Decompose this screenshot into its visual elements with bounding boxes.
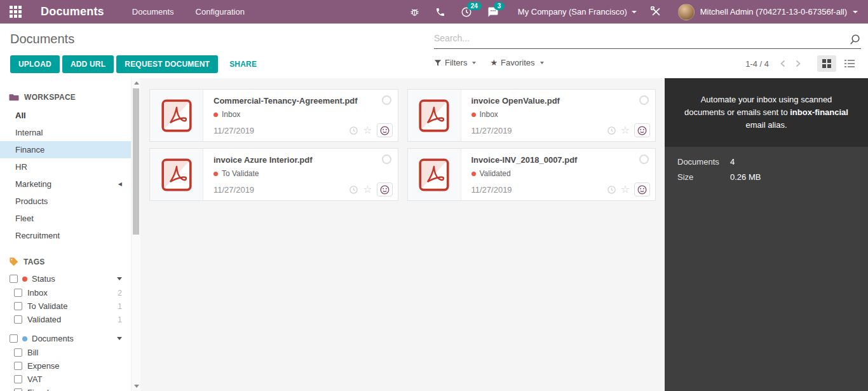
chevron-down-icon[interactable]: [117, 337, 122, 340]
tag-vat[interactable]: VAT: [0, 373, 131, 386]
activities-tray[interactable]: 24: [453, 0, 480, 24]
share-button[interactable]: SHARE: [229, 60, 257, 69]
checkbox[interactable]: [14, 388, 22, 391]
document-thumbnail[interactable]: [408, 149, 461, 200]
sidebar-item-all[interactable]: All: [0, 107, 131, 124]
activity-clock-icon[interactable]: [349, 185, 358, 195]
debug-bug-icon[interactable]: [402, 0, 428, 24]
developer-tools[interactable]: [643, 0, 669, 24]
menu-configuration[interactable]: Configuration: [196, 7, 245, 17]
checkbox[interactable]: [14, 348, 22, 357]
page-title: Documents: [10, 32, 74, 46]
sidebar-item-internal[interactable]: Internal: [0, 124, 131, 141]
pdf-file-icon: [418, 99, 450, 133]
favorites-dropdown[interactable]: ★ Favorites: [490, 58, 543, 67]
document-card[interactable]: invoice Azure Interior.pdf To Validate 1…: [149, 148, 398, 201]
messages-tray[interactable]: 3: [480, 0, 506, 24]
document-thumbnail[interactable]: [408, 90, 461, 141]
owner-avatar-button[interactable]: [377, 182, 393, 196]
user-avatar: [678, 4, 695, 20]
sidebar-item-fleet[interactable]: Fleet: [0, 210, 131, 227]
user-menu[interactable]: Mitchell Admin (704271-13-0-67356f-all): [669, 4, 868, 20]
sidebar-item-finance[interactable]: Finance: [0, 141, 131, 158]
company-switcher[interactable]: My Company (San Francisco): [506, 7, 643, 17]
card-main: invoice OpenValue.pdf Inbox 11/27/2019 ☆: [461, 90, 656, 141]
apps-menu-icon[interactable]: [0, 0, 31, 24]
favorite-star-icon[interactable]: ☆: [621, 125, 630, 135]
tag-group-documents[interactable]: Documents: [0, 331, 131, 346]
checkbox[interactable]: [14, 375, 22, 383]
search-icon[interactable]: [849, 34, 861, 46]
menu-documents[interactable]: Documents: [132, 7, 174, 17]
tag-validated[interactable]: Validated 1: [0, 313, 131, 326]
activity-clock-icon[interactable]: [607, 185, 616, 195]
pager-next-icon[interactable]: [793, 58, 803, 69]
checkbox[interactable]: [14, 289, 22, 297]
favorite-star-icon[interactable]: ☆: [621, 184, 630, 195]
pager-previous-icon[interactable]: [778, 58, 788, 69]
tag-count: 2: [118, 289, 122, 298]
tag-fiscal[interactable]: Fiscal: [0, 386, 131, 391]
checkbox[interactable]: [14, 315, 22, 324]
page-body: WORKSPACE All Internal Finance HR Market…: [0, 78, 868, 391]
tag-label: Inbox: [27, 288, 48, 298]
nav-menu: Documents Configuration: [132, 7, 245, 17]
request-document-button[interactable]: REQUEST DOCUMENT: [116, 55, 218, 73]
select-circle[interactable]: [382, 95, 391, 105]
inspector-panel: Automate your inbox using scanned docume…: [665, 78, 868, 391]
stat-label: Size: [677, 172, 730, 182]
scroll-down-icon[interactable]: [134, 385, 139, 388]
checkbox[interactable]: [10, 334, 18, 343]
add-url-button[interactable]: ADD URL: [62, 55, 114, 73]
tag-bill[interactable]: Bill: [0, 346, 131, 359]
filters-dropdown[interactable]: Filters: [434, 58, 476, 67]
tag-count: 1: [118, 302, 122, 311]
tag-to-validate[interactable]: To Validate 1: [0, 299, 131, 313]
tag-label: Bill: [27, 348, 38, 357]
favorite-star-icon[interactable]: ☆: [363, 184, 372, 195]
activity-clock-icon[interactable]: [607, 126, 616, 135]
sidebar-item-marketing[interactable]: Marketing◀: [0, 175, 131, 193]
activity-clock-icon[interactable]: [349, 126, 358, 135]
tools-icon: [651, 6, 661, 17]
document-card[interactable]: invoice OpenValue.pdf Inbox 11/27/2019 ☆: [407, 89, 656, 142]
card-main: Commercial-Tenancy-Agreement.pdf Inbox 1…: [203, 90, 398, 141]
tag-group-label: Status: [32, 274, 55, 284]
tag-group-status[interactable]: Status: [0, 271, 131, 286]
select-circle[interactable]: [639, 154, 649, 164]
checkbox[interactable]: [10, 275, 18, 283]
owner-avatar-button[interactable]: [634, 123, 650, 137]
favorite-star-icon[interactable]: ☆: [363, 125, 372, 135]
chevron-down-icon: [632, 11, 637, 13]
tags-header: TAGS: [0, 253, 131, 271]
select-circle[interactable]: [639, 95, 649, 105]
control-panel: Documents UPLOAD ADD URL REQUEST DOCUMEN…: [0, 24, 868, 78]
card-main: Invoice-INV_2018_0007.pdf Validated 11/2…: [461, 149, 656, 200]
scrollbar-thumb[interactable]: [133, 88, 139, 235]
upload-button[interactable]: UPLOAD: [10, 55, 60, 73]
sidebar-item-products[interactable]: Products: [0, 193, 131, 210]
kanban-view-button[interactable]: [817, 55, 836, 72]
owner-avatar-button[interactable]: [634, 182, 650, 196]
sidebar-scrollbar[interactable]: [131, 78, 140, 391]
checkbox[interactable]: [14, 362, 22, 370]
search-input[interactable]: [434, 30, 861, 46]
select-circle[interactable]: [382, 154, 391, 164]
collapse-left-icon[interactable]: ◀: [118, 179, 122, 189]
checkbox[interactable]: [14, 302, 22, 310]
app-brand[interactable]: Documents: [41, 5, 104, 18]
voip-phone-icon[interactable]: [428, 0, 453, 24]
sidebar-item-recruitment[interactable]: Recruitment: [0, 227, 131, 244]
card-actions: ☆: [607, 123, 650, 137]
document-thumbnail[interactable]: [150, 90, 203, 141]
document-card[interactable]: Invoice-INV_2018_0007.pdf Validated 11/2…: [407, 148, 656, 201]
sidebar-item-hr[interactable]: HR: [0, 158, 131, 175]
tag-inbox[interactable]: Inbox 2: [0, 286, 131, 299]
list-view-button[interactable]: [840, 55, 859, 72]
scroll-up-icon[interactable]: [134, 81, 139, 85]
tag-expense[interactable]: Expense: [0, 359, 131, 373]
chevron-down-icon[interactable]: [117, 277, 122, 280]
document-card[interactable]: Commercial-Tenancy-Agreement.pdf Inbox 1…: [149, 89, 398, 142]
document-thumbnail[interactable]: [150, 149, 203, 200]
owner-avatar-button[interactable]: [377, 123, 393, 137]
